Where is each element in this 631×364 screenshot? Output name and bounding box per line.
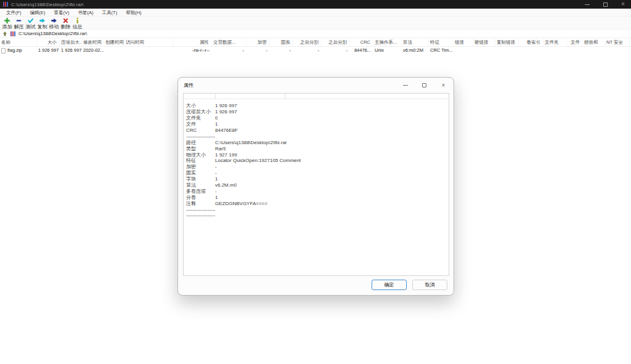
column-header[interactable]: 校验和 — [583, 38, 605, 46]
property-label: CRC — [186, 127, 215, 133]
test-button[interactable]: 测试 — [25, 17, 36, 30]
column-header[interactable]: 之后分割 — [322, 38, 350, 46]
file-cell — [454, 47, 473, 54]
property-value: v6.2M.m0 — [215, 182, 237, 188]
column-header[interactable]: 硬链接 — [473, 38, 495, 46]
info-button[interactable]: 信息 — [71, 17, 83, 30]
column-header[interactable]: 属性 — [174, 38, 212, 46]
property-row: 文件夹0 — [184, 115, 449, 121]
move-button[interactable]: 移动 — [48, 17, 60, 30]
property-row: 固实- — [184, 170, 449, 176]
properties-list: 大小1 926 997 压缩后大小1 926 997 文件夹0 文件1 CRC8… — [183, 93, 449, 276]
copy-button[interactable]: 复制 — [36, 17, 48, 30]
menu-item-tools[interactable]: 工具(T) — [98, 9, 122, 17]
menu-item-file[interactable]: 文件(F) — [2, 9, 26, 17]
toolbar: 添加 解压 测试 复制 移动 删除 信息 — [0, 17, 631, 30]
dialog-title: 属性 — [184, 82, 402, 89]
property-value: - — [215, 170, 217, 176]
property-value: 1 — [215, 176, 218, 182]
file-cell: - — [212, 47, 246, 54]
property-value: 0 — [215, 115, 218, 121]
file-cell: 84476... — [350, 47, 373, 54]
move-icon — [51, 17, 57, 24]
column-header[interactable]: 文件 — [567, 38, 583, 46]
column-header[interactable]: 固实 — [270, 38, 293, 46]
file-cell: 2020-02... — [82, 47, 104, 54]
dialog-maximize-icon[interactable] — [421, 83, 427, 88]
extract-button[interactable]: 解压 — [13, 17, 25, 30]
menu-item-bookmarks[interactable]: 书签(A) — [74, 9, 98, 17]
properties-list-header — [184, 94, 449, 99]
property-label: 文件 — [186, 121, 215, 127]
file-icon — [1, 48, 6, 54]
property-row: 物理大小1 927 199 — [184, 152, 449, 158]
address-path[interactable]: C:\Users\q1388\Desktop\2\fbi.rar\ — [18, 31, 87, 36]
extract-icon — [15, 17, 22, 24]
address-bar[interactable]: C:\Users\q1388\Desktop\2\fbi.rar\ — [0, 30, 631, 38]
column-header[interactable]: 之前分割 — [293, 38, 322, 46]
delete-button[interactable]: 删除 — [60, 17, 71, 30]
property-row: 字块1 — [184, 176, 449, 182]
property-value: 1 — [215, 195, 218, 200]
property-row: CRC84476E8F — [184, 127, 449, 134]
column-header[interactable]: 大小 — [37, 38, 60, 46]
minimize-icon[interactable] — [584, 1, 590, 7]
column-header[interactable]: 文件夹 — [543, 38, 567, 46]
property-label: 注释 — [186, 200, 215, 207]
add-button[interactable]: 添加 — [1, 17, 13, 30]
file-cell: 1 926 997 — [37, 47, 60, 54]
file-row[interactable]: flag.zip 1 926 997 1 926 997 2020-02... … — [0, 47, 631, 54]
column-header[interactable]: 访问时间 — [124, 38, 174, 46]
dialog-close-icon[interactable]: × — [441, 83, 446, 88]
maximize-icon[interactable] — [602, 1, 608, 7]
menubar: 文件(F) 编辑(E) 查看(V) 书签(A) 工具(T) 帮助(H) — [0, 9, 631, 17]
column-header[interactable]: 主操作系... — [373, 38, 402, 46]
file-name[interactable]: flag.zip — [7, 47, 22, 54]
property-row: 注释GEZDGNBVGYFA==== — [184, 200, 449, 206]
menu-item-view[interactable]: 查看(V) — [50, 9, 74, 17]
column-header[interactable]: 创建时间 — [104, 38, 124, 46]
column-header[interactable]: 交替数据... — [212, 38, 246, 46]
property-value: 1 926 997 — [215, 109, 237, 115]
tool-label: 删除 — [61, 24, 71, 30]
tool-label: 复制 — [38, 24, 47, 30]
file-cell: CRC Tim... — [429, 47, 454, 54]
column-header[interactable]: 加密 — [246, 38, 270, 46]
column-header[interactable]: 名称 — [0, 38, 37, 46]
column-header-row: 名称 大小 压缩后大... 修改时间 创建时间 访问时间 属性 交替数据... … — [0, 38, 631, 47]
add-icon — [4, 17, 10, 24]
close-icon[interactable]: × — [620, 1, 626, 7]
window-title: C:\Users\q1388\Desktop\2\fbi.rar\ — [11, 2, 584, 7]
cancel-button[interactable]: 取消 — [412, 280, 447, 290]
property-row: 大小1 926 997 — [184, 103, 449, 109]
column-header[interactable]: 复制链接 — [495, 38, 519, 46]
column-header[interactable]: 卷索引 — [519, 38, 543, 46]
ok-button[interactable]: 确定 — [372, 280, 407, 290]
column-header[interactable]: CRC — [350, 38, 373, 46]
tool-label: 信息 — [73, 24, 83, 30]
winrar-window: C:\Users\q1388\Desktop\2\fbi.rar\ × 文件(F… — [0, 0, 631, 364]
up-icon[interactable] — [2, 31, 7, 36]
dialog-minimize-icon[interactable] — [402, 83, 408, 88]
property-row: 分卷1 — [184, 194, 449, 200]
column-header[interactable]: 算法 — [402, 38, 429, 46]
test-icon — [27, 17, 34, 24]
menu-item-help[interactable]: 帮助(H) — [121, 9, 145, 17]
file-cell: -rw-r--r-- — [174, 47, 212, 54]
column-header[interactable]: 链接 — [454, 38, 473, 46]
archive-icon — [10, 31, 15, 36]
property-separator: ------------------------ — [184, 206, 449, 212]
column-header[interactable]: 修改时间 — [82, 38, 104, 46]
file-cell — [124, 47, 174, 54]
menu-item-edit[interactable]: 编辑(E) — [26, 9, 50, 17]
property-value: - — [215, 188, 217, 194]
property-separator: ------------------------ — [184, 212, 449, 219]
column-header[interactable]: 压缩后大... — [60, 38, 82, 46]
file-cell — [519, 47, 543, 54]
column-header[interactable]: 特征 — [429, 38, 454, 46]
winrar-logo-icon — [3, 2, 8, 7]
tool-label: 解压 — [14, 24, 24, 30]
property-value: C:\Users\q1388\Desktop\2\fbi.rar — [215, 140, 287, 145]
info-icon — [74, 17, 81, 24]
column-header[interactable]: NT 安全 — [605, 38, 630, 46]
